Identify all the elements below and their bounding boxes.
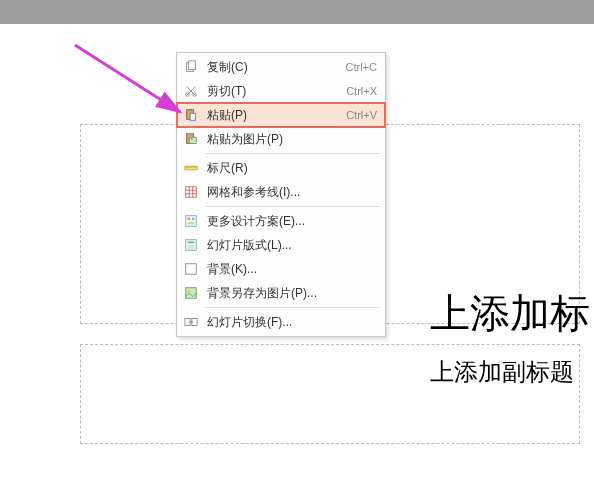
svg-rect-13 (188, 218, 191, 221)
menu-item-paste-as-pic[interactable]: 粘贴为图片(P) (177, 127, 385, 151)
menu-item-save-bg-as-pic[interactable]: 背景另存为图片(P)... (177, 281, 385, 305)
menu-item-background[interactable]: 背景(K)... (177, 257, 385, 281)
transition-icon (181, 314, 201, 330)
svg-rect-1 (188, 61, 195, 70)
svg-rect-15 (188, 222, 195, 225)
slide-subtitle-text[interactable]: 上添加副标题 (430, 356, 574, 388)
svg-rect-11 (186, 187, 197, 198)
design-icon (181, 213, 201, 229)
menu-label: 粘贴(P) (201, 107, 346, 124)
menu-item-more-design[interactable]: 更多设计方案(E)... (177, 209, 385, 233)
svg-point-9 (191, 138, 193, 140)
menu-item-cut[interactable]: 剪切(T) Ctrl+X (177, 79, 385, 103)
layout-icon (181, 237, 201, 253)
context-menu: 复制(C) Ctrl+C 剪切(T) Ctrl+X 粘贴(P) Ctrl+V 粘… (176, 52, 386, 337)
menu-label: 剪切(T) (201, 83, 346, 100)
paste-icon (181, 107, 201, 123)
menu-item-grid-guides[interactable]: 网格和参考线(I)... (177, 180, 385, 204)
ruler-icon (181, 160, 201, 176)
menu-shortcut: Ctrl+X (346, 85, 377, 97)
slide-title-text[interactable]: 上添加标 (430, 286, 590, 341)
copy-icon (181, 59, 201, 75)
grid-icon (181, 184, 201, 200)
menu-separator (205, 153, 381, 154)
svg-rect-18 (188, 245, 195, 249)
menu-label: 幻灯片切换(F)... (201, 314, 377, 331)
menu-label: 网格和参考线(I)... (201, 184, 377, 201)
svg-rect-6 (190, 113, 195, 120)
menu-label: 幻灯片版式(L)... (201, 237, 377, 254)
menu-item-paste[interactable]: 粘贴(P) Ctrl+V (177, 103, 385, 127)
menu-label: 复制(C) (201, 59, 346, 76)
menu-separator (205, 206, 381, 207)
menu-label: 标尺(R) (201, 160, 377, 177)
background-icon (181, 261, 201, 277)
menu-label: 粘贴为图片(P) (201, 131, 377, 148)
svg-rect-8 (189, 137, 196, 143)
paste-image-icon (181, 131, 201, 147)
svg-point-21 (188, 290, 191, 293)
svg-rect-12 (186, 216, 197, 227)
svg-rect-17 (188, 242, 195, 244)
menu-shortcut: Ctrl+V (346, 109, 377, 121)
svg-rect-14 (192, 218, 195, 221)
menu-label: 背景(K)... (201, 261, 377, 278)
menu-separator (205, 307, 381, 308)
menu-label: 背景另存为图片(P)... (201, 285, 377, 302)
menu-label: 更多设计方案(E)... (201, 213, 377, 230)
app-topbar (0, 0, 594, 24)
scissors-icon (181, 83, 201, 99)
menu-item-slide-layout[interactable]: 幻灯片版式(L)... (177, 233, 385, 257)
svg-rect-20 (186, 288, 197, 299)
menu-item-copy[interactable]: 复制(C) Ctrl+C (177, 55, 385, 79)
svg-rect-5 (188, 109, 192, 111)
menu-item-slide-transition[interactable]: 幻灯片切换(F)... (177, 310, 385, 334)
menu-item-ruler[interactable]: 标尺(R) (177, 156, 385, 180)
save-image-icon (181, 285, 201, 301)
svg-rect-19 (186, 264, 197, 275)
menu-shortcut: Ctrl+C (346, 61, 377, 73)
